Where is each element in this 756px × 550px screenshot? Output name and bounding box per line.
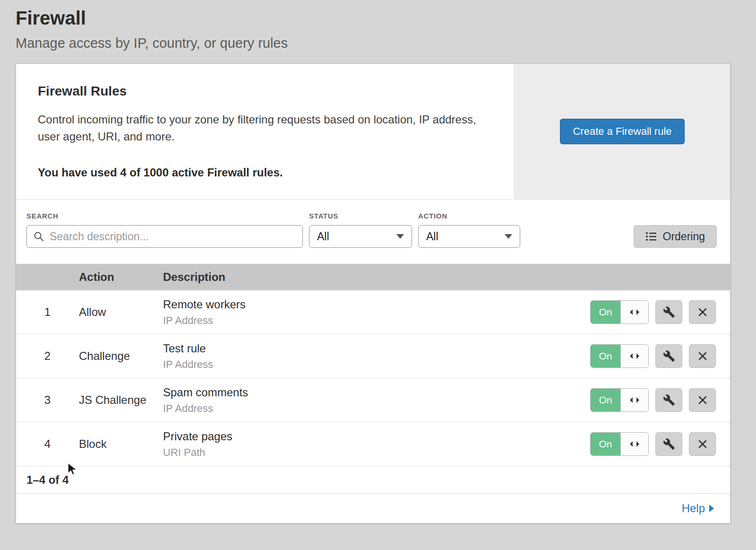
status-select-value: All	[317, 230, 329, 243]
table-row: 1 Allow Remote workers IP Address On	[16, 290, 730, 334]
search-input[interactable]	[49, 230, 296, 244]
column-description: Description	[163, 271, 588, 284]
close-icon	[697, 395, 708, 405]
edit-rule-button[interactable]	[655, 300, 682, 324]
rule-controls: On	[588, 432, 730, 456]
delete-rule-button[interactable]	[689, 388, 716, 412]
rule-description-cell: Private pages URI Path	[163, 430, 588, 459]
pagination-text: 1–4 of 4	[26, 473, 69, 487]
rule-enable-toggle: On	[590, 388, 649, 412]
pagination: 1–4 of 4	[16, 466, 730, 494]
rule-match-type: URI Path	[163, 446, 588, 459]
close-icon	[697, 351, 708, 361]
rule-description: Remote workers	[163, 298, 588, 311]
delete-rule-button[interactable]	[689, 344, 716, 368]
rule-description: Private pages	[163, 430, 588, 443]
status-select[interactable]: All	[309, 225, 412, 248]
ordering-button[interactable]: Ordering	[634, 225, 717, 248]
rule-controls: On	[588, 344, 730, 368]
delete-rule-button[interactable]	[689, 300, 716, 324]
filters-bar: SEARCH STATUS All ACTION All	[16, 199, 730, 264]
table-row: 4 Block Private pages URI Path On	[16, 422, 730, 466]
table-row: 3 JS Challenge Spam comments IP Address …	[16, 378, 730, 422]
search-box[interactable]	[26, 225, 303, 248]
reorder-arrows-icon	[629, 440, 640, 448]
rules-usage-text: You have used 4 of 1000 active Firewall …	[38, 166, 486, 179]
rule-priority: 1	[16, 306, 79, 319]
card-heading: Firewall Rules	[38, 84, 486, 99]
card-header: Firewall Rules Control incoming traffic …	[16, 64, 730, 199]
rule-controls: On	[588, 388, 730, 412]
edit-rule-button[interactable]	[655, 388, 682, 412]
close-icon	[697, 439, 708, 449]
card-header-text: Firewall Rules Control incoming traffic …	[16, 64, 514, 199]
rule-priority: 4	[16, 437, 79, 451]
edit-rule-button[interactable]	[655, 344, 682, 368]
page-subtitle: Manage access by IP, country, or query r…	[16, 35, 730, 51]
rule-controls: On	[588, 300, 730, 324]
rule-priority: 3	[16, 393, 79, 407]
wrench-icon	[663, 350, 675, 362]
wrench-icon	[663, 394, 675, 406]
toggle-on-button[interactable]: On	[591, 433, 620, 455]
rule-action: JS Challenge	[79, 393, 163, 407]
rule-description-cell: Spam comments IP Address	[163, 386, 588, 415]
ordering-icon	[645, 231, 657, 242]
action-label: ACTION	[418, 212, 520, 220]
action-select-value: All	[426, 230, 438, 243]
reorder-arrows-icon	[629, 396, 640, 404]
column-action: Action	[79, 271, 163, 284]
help-link-label: Help	[682, 502, 705, 515]
rule-match-type: IP Address	[163, 314, 588, 327]
toggle-on-button[interactable]: On	[591, 345, 620, 367]
rule-priority: 2	[16, 349, 79, 363]
reorder-handle[interactable]	[620, 301, 648, 323]
table-header-row: Action Description	[16, 264, 730, 290]
page-header: Firewall Manage access by IP, country, o…	[0, 0, 756, 51]
edit-rule-button[interactable]	[655, 432, 682, 456]
search-label: SEARCH	[26, 212, 303, 220]
action-select[interactable]: All	[418, 225, 520, 248]
chevron-down-icon	[505, 234, 512, 239]
toggle-on-button[interactable]: On	[591, 301, 620, 323]
reorder-handle[interactable]	[620, 345, 648, 367]
rule-description-cell: Remote workers IP Address	[163, 298, 588, 327]
rule-match-type: IP Address	[163, 402, 588, 415]
card-header-action-panel: Create a Firewall rule	[514, 64, 730, 199]
reorder-handle[interactable]	[620, 433, 648, 455]
rule-action: Block	[79, 437, 163, 451]
rule-enable-toggle: On	[590, 432, 649, 456]
table-row: 2 Challenge Test rule IP Address On	[16, 334, 730, 378]
close-icon	[697, 307, 708, 317]
search-filter-group: SEARCH	[26, 212, 303, 248]
rule-action: Allow	[79, 306, 163, 319]
status-label: STATUS	[309, 212, 412, 220]
wrench-icon	[663, 438, 675, 450]
firewall-rules-table: Action Description 1 Allow Remote worker…	[16, 264, 730, 523]
rule-action: Challenge	[79, 349, 163, 363]
page-title: Firewall	[16, 8, 730, 29]
reorder-arrows-icon	[629, 308, 640, 316]
reorder-handle[interactable]	[620, 389, 648, 411]
rule-enable-toggle: On	[590, 344, 649, 368]
rule-description: Spam comments	[163, 386, 588, 399]
chevron-down-icon	[396, 234, 404, 239]
status-filter-group: STATUS All	[309, 212, 412, 248]
wrench-icon	[663, 306, 675, 318]
card-footer: Help	[16, 494, 730, 523]
create-firewall-rule-button[interactable]: Create a Firewall rule	[560, 119, 684, 144]
toggle-on-button[interactable]: On	[591, 389, 620, 411]
rule-description-cell: Test rule IP Address	[163, 342, 588, 371]
reorder-arrows-icon	[629, 352, 640, 360]
rule-enable-toggle: On	[590, 300, 649, 324]
help-link[interactable]: Help	[682, 502, 714, 515]
delete-rule-button[interactable]	[689, 432, 716, 456]
card-description: Control incoming traffic to your zone by…	[38, 111, 486, 145]
ordering-button-label: Ordering	[663, 230, 705, 243]
help-arrow-icon	[709, 505, 714, 512]
search-icon	[34, 231, 44, 242]
rule-description: Test rule	[163, 342, 588, 355]
rule-match-type: IP Address	[163, 358, 588, 371]
firewall-rules-card: Firewall Rules Control incoming traffic …	[16, 63, 730, 524]
action-filter-group: ACTION All	[418, 212, 520, 248]
